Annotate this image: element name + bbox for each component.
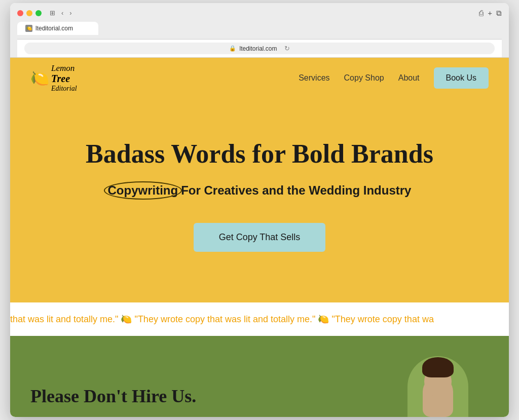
tab-favicon: 🍋 — [25, 25, 32, 32]
green-section: Please Don't Hire Us. — [10, 336, 509, 417]
traffic-lights — [17, 10, 42, 16]
nav-about-link[interactable]: About — [398, 73, 420, 83]
share-button[interactable]: ⎙ — [479, 9, 484, 17]
nav-copyshop-link[interactable]: Copy Shop — [344, 73, 384, 83]
ticker-text: that was lit and totally me." 🍋 "They wr… — [10, 314, 434, 324]
tab-title: lteditorial.com — [35, 25, 73, 32]
browser-window: ⊞ ‹ › ⎙ + ⧉ 🍋 lteditorial.com 🔒 lteditor… — [10, 3, 509, 417]
active-tab[interactable]: 🍋 lteditorial.com — [17, 22, 98, 35]
person-image — [407, 356, 468, 417]
lock-icon: 🔒 — [229, 45, 236, 52]
person-hair — [422, 357, 454, 377]
hero-section: Badass Words for Bold Brands Copywriting… — [10, 98, 509, 302]
address-bar[interactable]: 🔒 lteditorial.com ↻ — [24, 43, 495, 54]
reload-icon[interactable]: ↻ — [284, 45, 290, 52]
minimize-button[interactable] — [26, 10, 32, 16]
site-content: 🍋 Lemon Tree Editorial Services Copy Sho… — [10, 58, 509, 417]
person-head — [424, 366, 452, 397]
new-tab-button[interactable]: + — [488, 9, 492, 17]
tabs-button[interactable]: ⧉ — [496, 9, 502, 18]
logo-line3: Editorial — [51, 85, 77, 93]
copywriting-word: Copywriting — [108, 183, 178, 197]
browser-controls: ⊞ ‹ › — [48, 8, 74, 18]
cta-button[interactable]: Get Copy That Sells — [194, 223, 326, 252]
hero-title: Badass Words for Bold Brands — [30, 139, 489, 169]
maximize-button[interactable] — [35, 10, 42, 16]
hero-subtitle: Copywriting For Creatives and the Weddin… — [30, 183, 489, 198]
forward-button[interactable]: › — [67, 8, 73, 18]
browser-chrome: ⊞ ‹ › ⎙ + ⧉ 🍋 lteditorial.com 🔒 lteditor… — [10, 3, 509, 58]
close-button[interactable] — [17, 10, 23, 16]
grid-view-button[interactable]: ⊞ — [48, 8, 57, 18]
browser-top-bar: ⊞ ‹ › ⎙ + ⧉ — [17, 8, 502, 18]
back-button[interactable]: ‹ — [59, 8, 65, 18]
site-nav: 🍋 Lemon Tree Editorial Services Copy Sho… — [10, 58, 509, 98]
url-text: lteditorial.com — [239, 45, 277, 52]
person-figure — [418, 361, 458, 417]
browser-top-actions: ⎙ + ⧉ — [479, 9, 502, 18]
logo-area[interactable]: 🍋 Lemon Tree Editorial — [30, 63, 77, 93]
green-section-title: Please Don't Hire Us. — [30, 386, 196, 417]
hero-subtitle-rest: For Creatives and the Wedding Industry — [181, 183, 411, 198]
ticker-section: that was lit and totally me." 🍋 "They wr… — [10, 302, 509, 336]
browser-tab-bar: 🍋 lteditorial.com — [17, 22, 502, 35]
logo-line1: Lemon — [51, 63, 77, 73]
address-bar-row: 🔒 lteditorial.com ↻ — [17, 39, 502, 57]
nav-services-link[interactable]: Services — [299, 73, 329, 83]
logo-line2: Tree — [51, 73, 77, 85]
copywriting-highlight: Copywriting — [108, 183, 178, 198]
book-us-button[interactable]: Book Us — [434, 67, 489, 89]
logo-text-block: Lemon Tree Editorial — [51, 63, 77, 93]
nav-links: Services Copy Shop About Book Us — [299, 67, 489, 89]
logo-lemon-icon: 🍋 — [30, 69, 49, 87]
